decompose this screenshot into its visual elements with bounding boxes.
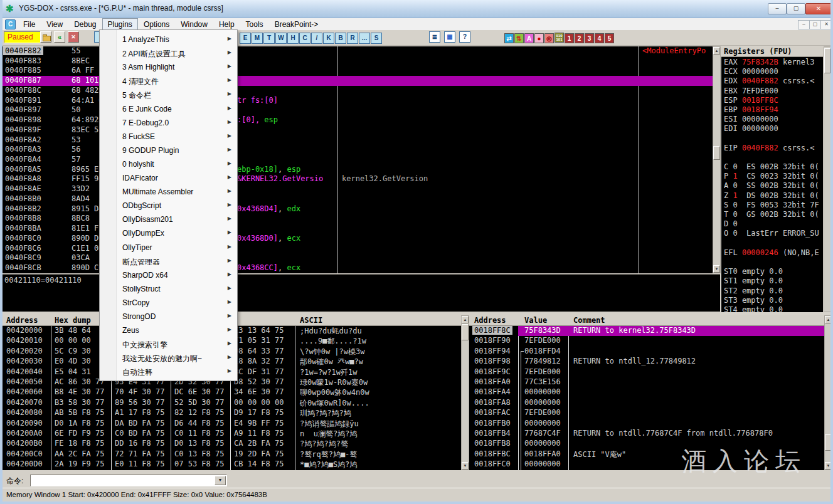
menu-help[interactable]: Help	[213, 18, 240, 30]
dump-scroll-up[interactable]: ▲	[462, 316, 469, 323]
window-button-R[interactable]: R	[347, 33, 358, 44]
register-line[interactable]: EBX 7EFDE000	[724, 87, 823, 96]
binary-icon[interactable]: 010101	[554, 33, 564, 43]
plugins-menu-item-3[interactable]: 3 Asm Highlight▶	[100, 60, 236, 74]
menu-options[interactable]: Options	[138, 18, 175, 30]
menu-tools[interactable]: Tools	[240, 18, 269, 30]
plugins-menu-item-7[interactable]: 7 E-Debug2.0▶	[100, 116, 236, 130]
dump-row[interactable]: 004200D02A 19 F9 75E0 11 F8 7507 53 F8 7…	[3, 459, 461, 470]
dump-scroll-down[interactable]: ▼	[462, 462, 469, 470]
stack-row[interactable]: 0018FFB477687C4FRETURN to ntdll.77687C4F…	[469, 429, 824, 439]
breakpoint-slot-button-4[interactable]: 4	[595, 33, 604, 43]
plugins-menu-item-23[interactable]: 中文搜索引擎▶	[100, 337, 236, 351]
plugins-menu-item-1[interactable]: 1 AnalyzeThis▶	[100, 33, 236, 46]
window-button-M[interactable]: M	[252, 33, 263, 44]
stack-row[interactable]: 0018FFB000000000	[469, 419, 824, 429]
dump-row[interactable]: 004200C0AA 2C FA 7572 71 FA 75C0 13 F8 7…	[3, 449, 461, 459]
register-line[interactable]: EBP 0018FF94	[724, 105, 823, 115]
dump-row[interactable]: 00420070B3 58 30 7789 56 30 7752 5D 30 7…	[3, 398, 461, 408]
close-button[interactable]: ✕	[805, 3, 832, 14]
register-line[interactable]: ST0 empty 0.0	[724, 267, 823, 276]
register-line[interactable]: O 0 LastErr ERROR_SU	[724, 229, 823, 238]
window-button-C[interactable]: C	[299, 33, 310, 44]
breakpoint-slot-button-1[interactable]: 1	[565, 33, 574, 43]
plugins-menu-item-14[interactable]: OllyDisasm201▶	[100, 213, 236, 226]
register-line[interactable]: Z 1 DS 002B 32bit 0(	[724, 191, 823, 201]
dump-scroll-thumb[interactable]	[462, 324, 469, 340]
plugins-menu-item-4[interactable]: 4 清理文件▶	[100, 74, 236, 88]
window-button-H[interactable]: H	[287, 33, 299, 44]
help-button[interactable]: ?	[459, 31, 470, 43]
appearance-button[interactable]: ▦	[444, 31, 455, 43]
window-button-S[interactable]: S	[371, 33, 382, 44]
register-line[interactable]: P 1 CS 0023 32bit 0(	[724, 172, 823, 181]
register-line[interactable]: EFL 00000246 (NO,NB,E	[724, 248, 823, 258]
register-line[interactable]: S 0 FS 0053 32bit 7F	[724, 201, 823, 210]
registers-panel[interactable]: Registers (FPU) EAX 75F8342B kernel3ECX …	[721, 46, 823, 312]
plugins-menu-item-6[interactable]: 6 E Junk Code▶	[100, 102, 236, 116]
window-button-K[interactable]: K	[323, 33, 334, 44]
dump-row[interactable]: 00420090D0 1A F8 75DA BD FA 75D6 44 F8 7…	[3, 419, 461, 429]
stack-row[interactable]: 0018FF9877849812RETURN to ntdll_12.77849…	[469, 357, 824, 367]
child-restore-button[interactable]: ▢	[809, 20, 821, 29]
plugins-menu-item-8[interactable]: 8 FuckSE▶	[100, 130, 236, 144]
stack-row[interactable]: 0018FF907EFDE000	[469, 336, 824, 346]
menu-debug[interactable]: Debug	[68, 18, 102, 30]
plugins-menu-item-25[interactable]: 自动注释▶	[100, 365, 236, 379]
stack-row[interactable]: 0018FFA077C3E156	[469, 377, 824, 387]
register-line[interactable]	[724, 153, 823, 162]
register-line[interactable]: ESP 0018FF8C	[724, 96, 823, 105]
plugins-menu-item-15[interactable]: OllyDumpEx▶	[100, 226, 236, 240]
log-list-button[interactable]: ≣	[429, 31, 440, 43]
breakpoint-slot-button-2[interactable]: 2	[575, 33, 584, 43]
plugins-menu-item-2[interactable]: 2 API断点设置工具▶	[100, 46, 236, 60]
dump-scrollbar[interactable]: ▲ ▼	[461, 315, 469, 470]
record-dot-icon[interactable]: ●	[534, 33, 544, 43]
menu-view[interactable]: View	[41, 18, 68, 30]
register-line[interactable]: C 0 ES 002B 32bit 0(	[724, 162, 823, 172]
registers-scroll-thumb[interactable]	[824, 48, 830, 73]
menu-breakpoint[interactable]: BreakPoint->	[269, 18, 324, 30]
open-file-button[interactable]	[40, 31, 51, 43]
plugins-menu-item-19[interactable]: StollyStruct▶	[100, 282, 236, 296]
maximize-button[interactable]: ▢	[787, 3, 805, 14]
plugins-menu-item-10[interactable]: 0 holyshit▶	[100, 157, 236, 171]
swap-icon[interactable]: ⇄	[504, 33, 514, 43]
plugins-menu-item-21[interactable]: StrongOD▶	[100, 310, 236, 323]
stack-row[interactable]: 0018FFAC7EFDE000	[469, 408, 824, 418]
window-button-B[interactable]: B	[335, 33, 346, 44]
stack-row[interactable]: 0018FF8C75F8343DRETURN to kernel32.75F83…	[469, 326, 824, 336]
stack-row[interactable]: 0018FFA800000000	[469, 398, 824, 408]
command-dropdown-arrow[interactable]: ▼	[215, 476, 226, 485]
disasm-scrollbar[interactable]: ▲ ▼	[713, 46, 721, 273]
register-line[interactable]: ST4 empty 0.0	[724, 305, 823, 312]
updown-icon[interactable]: ⇅	[514, 33, 524, 43]
plugins-menu-item-9[interactable]: 9 GODUP Plugin▶	[100, 144, 236, 157]
register-line[interactable]: A 0 SS 002B 32bit 0(	[724, 181, 823, 191]
stack-row[interactable]: 0018FF9C7EFDE000	[469, 367, 824, 377]
plugins-menu-item-18[interactable]: SharpOD x64▶	[100, 268, 236, 282]
register-line[interactable]: ST3 empty 0.0	[724, 296, 823, 305]
register-line[interactable]: EAX 75F8342B kernel3	[724, 58, 823, 67]
window-button-T[interactable]: T	[263, 33, 275, 44]
window-button-E[interactable]: E	[240, 33, 251, 44]
close-process-button[interactable]: ✕	[68, 31, 79, 43]
spiral-icon[interactable]: ◎	[544, 33, 554, 43]
menu-window[interactable]: Window	[175, 18, 213, 30]
letter-a-icon[interactable]: A	[524, 33, 534, 43]
plugins-menu-item-12[interactable]: MUltimate Assembler▶	[100, 185, 236, 199]
plugins-menu-item-24[interactable]: 我这无处安放的魅力啊~▶	[100, 351, 236, 365]
register-line[interactable]: EDI 00000000	[724, 124, 823, 134]
restart-button[interactable]: «	[54, 31, 65, 43]
disasm-scroll-thumb[interactable]	[713, 146, 720, 160]
register-line[interactable]: ST1 empty 0.0	[724, 276, 823, 286]
register-line[interactable]: ST2 empty 0.0	[724, 286, 823, 296]
breakpoint-slot-button-5[interactable]: 5	[605, 33, 614, 43]
child-minimize-button[interactable]: –	[798, 20, 810, 29]
register-line[interactable]	[724, 134, 823, 144]
plugins-menu-item-22[interactable]: Zeus▶	[100, 323, 236, 337]
dump-row[interactable]: 00420080AB 5B F8 75A1 17 F8 7582 12 F8 7…	[3, 408, 461, 418]
stack-row[interactable]: 0018FFA400000000	[469, 387, 824, 397]
window-button-slash[interactable]: /	[311, 33, 322, 44]
register-line[interactable]: EIP 0040F882 csrss.<	[724, 144, 823, 153]
